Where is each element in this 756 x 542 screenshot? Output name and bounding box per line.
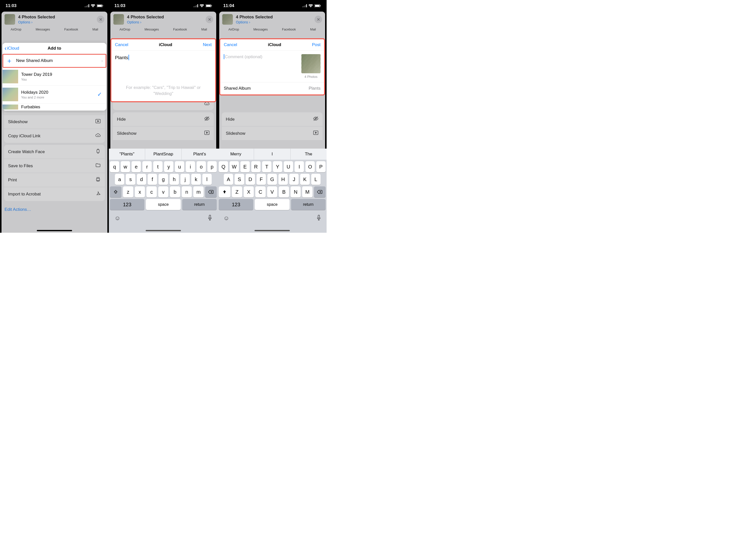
- action-copy-icloud-link[interactable]: Copy iCloud Link: [4, 129, 105, 143]
- key[interactable]: v: [158, 186, 169, 198]
- target-facebook[interactable]: Facebook: [173, 28, 187, 31]
- key[interactable]: E: [240, 161, 250, 172]
- target-messages[interactable]: Messages: [253, 28, 268, 31]
- key[interactable]: Y: [273, 161, 282, 172]
- options-link[interactable]: Options ›: [127, 20, 203, 24]
- key[interactable]: d: [137, 174, 146, 185]
- key[interactable]: F: [257, 174, 266, 185]
- shift-key[interactable]: [110, 186, 121, 198]
- options-link[interactable]: Options ›: [236, 20, 311, 24]
- return-key[interactable]: return: [182, 199, 217, 210]
- key[interactable]: m: [193, 186, 204, 198]
- action-print[interactable]: Print: [4, 173, 105, 187]
- key[interactable]: G: [267, 174, 277, 185]
- close-button[interactable]: ✕: [314, 16, 322, 23]
- key[interactable]: X: [244, 186, 254, 198]
- backspace-key[interactable]: [205, 186, 217, 198]
- key[interactable]: e: [132, 161, 141, 172]
- key[interactable]: q: [110, 161, 119, 172]
- key[interactable]: O: [305, 161, 315, 172]
- key[interactable]: S: [235, 174, 244, 185]
- edit-actions-link[interactable]: Edit Actions…: [2, 203, 107, 216]
- shared-album-row[interactable]: Shared Album Plants: [220, 82, 324, 95]
- suggestion[interactable]: I: [254, 149, 290, 160]
- key[interactable]: J: [289, 174, 299, 185]
- target-messages[interactable]: Messages: [144, 28, 159, 31]
- key[interactable]: z: [123, 186, 133, 198]
- home-indicator[interactable]: [37, 230, 72, 231]
- close-button[interactable]: ✕: [206, 16, 213, 23]
- key[interactable]: c: [146, 186, 157, 198]
- key[interactable]: P: [316, 161, 326, 172]
- key[interactable]: I: [295, 161, 304, 172]
- target-messages[interactable]: Messages: [36, 28, 50, 31]
- key[interactable]: H: [278, 174, 288, 185]
- key[interactable]: a: [115, 174, 124, 185]
- key[interactable]: M: [302, 186, 312, 198]
- key[interactable]: l: [202, 174, 212, 185]
- key[interactable]: f: [148, 174, 157, 185]
- back-button[interactable]: ‹ iCloud: [5, 45, 19, 52]
- action-import-acrobat[interactable]: Import to Acrobat: [4, 187, 105, 201]
- key[interactable]: Z: [232, 186, 242, 198]
- key[interactable]: C: [255, 186, 266, 198]
- home-indicator[interactable]: [255, 230, 290, 231]
- key[interactable]: b: [170, 186, 180, 198]
- comment-input[interactable]: Comment (optional): [224, 54, 299, 79]
- suggestion[interactable]: The: [291, 149, 327, 160]
- key[interactable]: h: [170, 174, 179, 185]
- key[interactable]: y: [164, 161, 173, 172]
- action-hide[interactable]: Hide: [222, 112, 323, 127]
- album-name-input[interactable]: Plants: [111, 51, 215, 63]
- target-airdrop[interactable]: AirDrop: [11, 28, 21, 31]
- key[interactable]: s: [126, 174, 135, 185]
- key[interactable]: U: [284, 161, 293, 172]
- suggestion[interactable]: PlantSnap: [145, 149, 181, 160]
- album-row[interactable]: Furbabies: [3, 104, 106, 111]
- next-button[interactable]: Next: [203, 42, 212, 47]
- space-key[interactable]: space: [255, 199, 289, 210]
- target-facebook[interactable]: Facebook: [282, 28, 296, 31]
- shift-key-active[interactable]: [219, 186, 230, 198]
- key[interactable]: i: [186, 161, 195, 172]
- options-link[interactable]: Options ›: [18, 20, 94, 24]
- action-watch-face[interactable]: Create Watch Face: [4, 145, 105, 159]
- target-mail[interactable]: Mail: [201, 28, 207, 31]
- key[interactable]: j: [180, 174, 190, 185]
- key[interactable]: L: [311, 174, 321, 185]
- space-key[interactable]: space: [146, 199, 180, 210]
- key[interactable]: g: [159, 174, 168, 185]
- key[interactable]: D: [246, 174, 255, 185]
- key[interactable]: W: [230, 161, 239, 172]
- key[interactable]: V: [267, 186, 277, 198]
- action-hide[interactable]: Hide: [113, 112, 214, 127]
- key[interactable]: N: [291, 186, 301, 198]
- key[interactable]: B: [279, 186, 289, 198]
- home-indicator[interactable]: [146, 230, 181, 231]
- key[interactable]: R: [251, 161, 261, 172]
- suggestion[interactable]: Merry: [218, 149, 254, 160]
- dictation-key[interactable]: [317, 215, 321, 222]
- key[interactable]: w: [121, 161, 130, 172]
- key[interactable]: n: [182, 186, 192, 198]
- key[interactable]: p: [207, 161, 217, 172]
- album-row[interactable]: Tower Day 2019 You: [3, 68, 106, 86]
- key[interactable]: k: [191, 174, 201, 185]
- key[interactable]: A: [224, 174, 233, 185]
- key[interactable]: Q: [219, 161, 228, 172]
- cancel-button[interactable]: Cancel: [224, 42, 237, 47]
- backspace-key[interactable]: [314, 186, 326, 198]
- target-mail[interactable]: Mail: [310, 28, 316, 31]
- action-slideshow[interactable]: Slideshow: [113, 127, 214, 141]
- key[interactable]: x: [135, 186, 145, 198]
- key[interactable]: K: [300, 174, 309, 185]
- numbers-key[interactable]: 123: [110, 199, 144, 210]
- new-shared-album-button[interactable]: ＋ New Shared Album ›: [3, 54, 106, 68]
- close-button[interactable]: ✕: [97, 16, 104, 23]
- emoji-key[interactable]: ☺: [114, 215, 121, 222]
- action-slideshow[interactable]: Slideshow: [4, 115, 105, 129]
- return-key[interactable]: return: [291, 199, 326, 210]
- emoji-key[interactable]: ☺: [223, 215, 230, 222]
- target-airdrop[interactable]: AirDrop: [228, 28, 239, 31]
- suggestion[interactable]: "Plants": [109, 149, 145, 160]
